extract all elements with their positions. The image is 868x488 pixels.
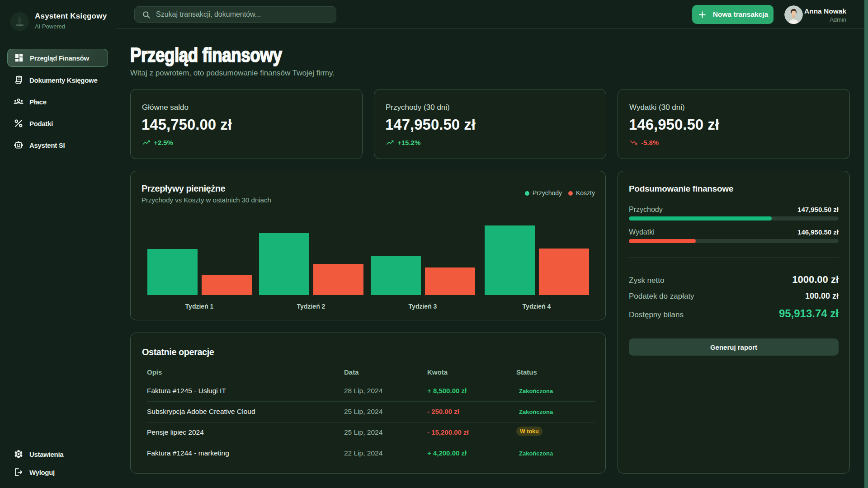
svg-text:COMPANY: COMPANY [16, 24, 24, 26]
